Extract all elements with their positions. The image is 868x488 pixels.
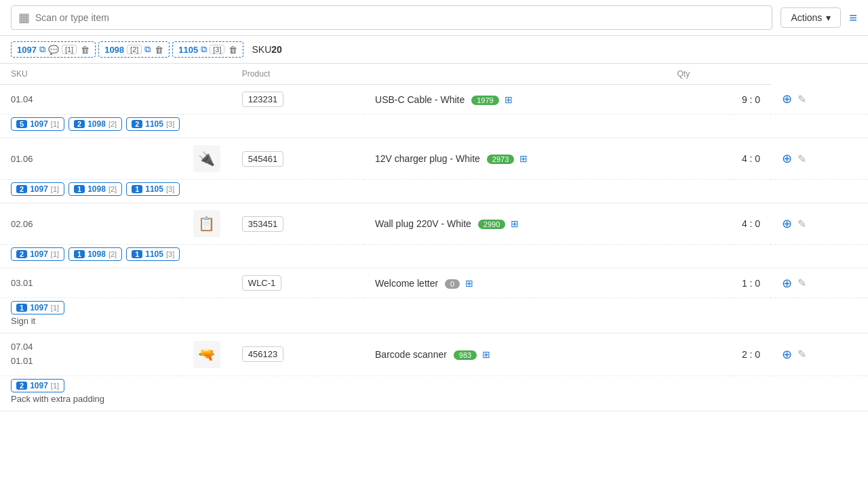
- tab-1098-badge: [2]: [127, 45, 142, 54]
- tag-badge[interactable]: 11098[2]: [68, 247, 122, 261]
- action-icons: ⊕ ✎: [782, 92, 857, 106]
- qty-value-cell: 4 : 0: [730, 138, 771, 180]
- sku-cell: 353451: [231, 203, 364, 245]
- tag-badge[interactable]: 21097[1]: [11, 379, 64, 392]
- add-icon[interactable]: ⊕: [782, 151, 792, 166]
- sku-value: 545461: [242, 151, 283, 167]
- tab-1097-chat-badge: [1]: [62, 45, 77, 54]
- product-cell: Barcode scanner 983 ⊞: [364, 333, 730, 376]
- scan-input[interactable]: [35, 12, 765, 23]
- tag-row-5: 21097[1] Pack with extra padding: [0, 375, 868, 411]
- tag-row-2: 21097[1] 11098[2] 11105[3]: [0, 180, 868, 203]
- expand-icon[interactable]: ⊞: [519, 153, 528, 164]
- product-image: 📋: [193, 210, 220, 237]
- tab-1105-badge: [3]: [210, 45, 224, 54]
- pos-cell: 02.06: [0, 203, 182, 245]
- tab-1105-copy-icon[interactable]: ⧉: [201, 44, 207, 55]
- tag-badge[interactable]: 21097[1]: [11, 247, 64, 261]
- qty-value-cell: 4 : 0: [730, 203, 771, 245]
- add-icon[interactable]: ⊕: [782, 216, 792, 231]
- tag-cell: 21097[1] 11098[2] 11105[3]: [0, 180, 868, 203]
- tag-cell: 11097[1] Sign it: [0, 298, 868, 333]
- product-image: 🔌: [193, 145, 220, 172]
- action-cell: ⊕ ✎: [771, 203, 868, 245]
- qty-value-cell: 1 : 0: [730, 268, 771, 298]
- product-cell: Welcome letter 0 ⊞: [364, 268, 730, 298]
- img-cell: [182, 85, 231, 115]
- actions-label: Actions: [791, 12, 822, 23]
- tag-badge[interactable]: 21098[2]: [68, 117, 122, 131]
- sku-cell: WLC-1: [231, 268, 364, 298]
- tag-badges: 21097[1] 11098[2] 11105[3]: [11, 247, 857, 261]
- edit-icon[interactable]: ✎: [797, 277, 806, 289]
- product-badge: 0: [445, 279, 460, 289]
- expand-icon[interactable]: ⊞: [511, 218, 519, 229]
- tab-1097[interactable]: 1097 ⧉ 💬 [1] 🗑: [11, 41, 96, 58]
- sku-value: 456123: [242, 346, 283, 362]
- pos-cell: 01.04: [0, 85, 182, 115]
- tab-1105[interactable]: 1105 ⧉ [3] 🗑: [172, 41, 243, 58]
- tag-badge[interactable]: 51097[1]: [11, 117, 64, 131]
- col-header-qty: Qty: [364, 64, 730, 85]
- product-name: 12V charger plug - White: [375, 153, 480, 164]
- tab-1097-delete-icon[interactable]: 🗑: [81, 45, 90, 55]
- product-badge: 2973: [487, 155, 514, 164]
- tag-badge[interactable]: 21105[3]: [126, 117, 180, 131]
- pos-cell: 01.06: [0, 138, 182, 180]
- qty-value: 20: [271, 44, 282, 55]
- action-icons: ⊕ ✎: [782, 216, 857, 231]
- tag-badge[interactable]: 21097[1]: [11, 182, 64, 196]
- img-cell: 📋: [182, 203, 231, 245]
- tag-badge[interactable]: 11105[3]: [126, 247, 180, 261]
- add-icon[interactable]: ⊕: [782, 92, 792, 106]
- sku-cell: 123231: [231, 85, 364, 115]
- qty-value-cell: 2 : 0: [730, 333, 771, 376]
- tag-cell: 21097[1] 11098[2] 11105[3]: [0, 245, 868, 268]
- tag-badge[interactable]: 11097[1]: [11, 301, 64, 314]
- edit-icon[interactable]: ✎: [797, 218, 806, 230]
- product-badge: 983: [454, 350, 477, 360]
- tab-1097-copy-icon[interactable]: ⧉: [39, 44, 45, 55]
- sku-value: WLC-1: [242, 275, 281, 291]
- tag-badges: 21097[1]: [11, 379, 857, 392]
- note-text: Sign it: [11, 316, 857, 326]
- edit-icon[interactable]: ✎: [797, 152, 806, 165]
- sku-value: 353451: [242, 216, 283, 232]
- edit-icon[interactable]: ✎: [797, 348, 806, 361]
- add-icon[interactable]: ⊕: [782, 276, 792, 291]
- tag-badges: 51097[1] 21098[2] 21105[3]: [11, 117, 857, 131]
- product-cell: 12V charger plug - White 2973 ⊞: [364, 138, 730, 180]
- scan-input-wrap[interactable]: ▦: [11, 5, 772, 30]
- tab-1098-copy-icon[interactable]: ⧉: [144, 44, 151, 55]
- product-cell: USB-C Cable - White 1979 ⊞: [364, 85, 730, 115]
- actions-arrow-icon: ▾: [826, 12, 831, 23]
- tag-badge[interactable]: 11098[2]: [68, 182, 122, 196]
- product-badge: 2990: [478, 220, 505, 229]
- expand-icon[interactable]: ⊞: [505, 94, 513, 105]
- tab-1105-id: 1105: [178, 45, 198, 55]
- tag-row-3: 21097[1] 11098[2] 11105[3]: [0, 245, 868, 268]
- product-image: 🔫: [193, 341, 220, 368]
- tag-badges: 21097[1] 11098[2] 11105[3]: [11, 182, 857, 196]
- tab-1097-chat-icon[interactable]: 💬: [48, 45, 59, 55]
- edit-icon[interactable]: ✎: [797, 93, 806, 106]
- hamburger-icon[interactable]: ≡: [849, 10, 857, 26]
- tab-1098[interactable]: 1098 [2] ⧉ 🗑: [98, 41, 170, 58]
- actions-button[interactable]: Actions ▾: [781, 7, 841, 28]
- img-cell: 🔌: [182, 138, 231, 180]
- pos-cell: 03.01: [0, 268, 182, 298]
- tab-1105-delete-icon[interactable]: 🗑: [229, 45, 237, 55]
- barcode-icon: ▦: [18, 10, 30, 25]
- expand-icon[interactable]: ⊞: [482, 349, 490, 360]
- action-cell: ⊕ ✎: [771, 268, 868, 298]
- tag-badge[interactable]: 11105[3]: [126, 182, 180, 196]
- tab-1098-delete-icon[interactable]: 🗑: [155, 45, 163, 55]
- product-table: SKU Product Qty 01.04 123231 USB-C Cable…: [0, 64, 868, 411]
- tag-badges: 11097[1]: [11, 301, 857, 314]
- product-badge: 1979: [471, 96, 498, 105]
- product-table-wrap: SKU Product Qty 01.04 123231 USB-C Cable…: [0, 64, 868, 411]
- expand-icon[interactable]: ⊞: [465, 278, 473, 289]
- table-row: 03.01 WLC-1 Welcome letter 0 ⊞ 1 : 0 ⊕ ✎: [0, 268, 868, 298]
- tab-1098-id: 1098: [104, 45, 124, 55]
- add-icon[interactable]: ⊕: [782, 347, 792, 362]
